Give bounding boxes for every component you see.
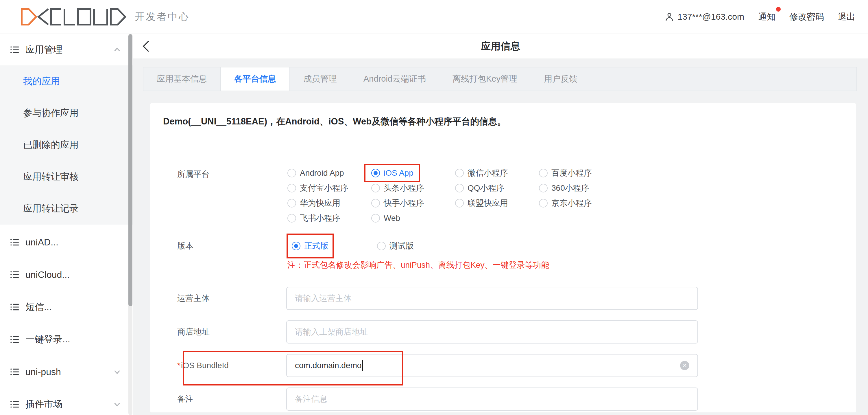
tab[interactable]: 离线打包Key管理 [439, 67, 531, 91]
sidebar-scrollbar-thumb[interactable] [128, 34, 132, 306]
chevron-up-icon [113, 46, 121, 54]
store-url-input[interactable] [286, 320, 698, 344]
operator-field-row: 运营主体 [150, 287, 856, 310]
radio-icon [377, 242, 386, 250]
radio-option[interactable]: 微信小程序 [455, 166, 539, 181]
radio-label: 百度小程序 [551, 168, 592, 179]
sidebar-item[interactable]: 短信... [0, 291, 133, 323]
sidebar-item[interactable]: uniCloud... [0, 259, 133, 291]
sidebar: 应用管理 我的应用参与协作应用已删除的应用应用转让审核应用转让记录 uniAD.… [0, 34, 133, 415]
logout-link[interactable]: 退出 [838, 11, 855, 23]
sidebar-item-label: uniCloud... [26, 269, 70, 280]
radio-icon [287, 214, 296, 223]
bundle-id-input[interactable]: com.domain.demo ✕ [286, 354, 698, 377]
tab[interactable]: 成员管理 [290, 67, 350, 91]
change-password-link[interactable]: 修改密码 [789, 11, 824, 23]
tab[interactable]: Android云端证书 [350, 67, 439, 91]
radio-icon [287, 184, 296, 192]
radio-label: QQ小程序 [468, 183, 504, 194]
page-header: 应用信息 [133, 34, 868, 58]
version-radio-group: 正式版测试版 [286, 234, 414, 259]
sidebar-submenu-item[interactable]: 应用转让记录 [0, 193, 133, 225]
tab[interactable]: 各平台信息 [220, 67, 290, 91]
page-title: 应用信息 [481, 40, 520, 53]
list-icon [10, 270, 20, 279]
notice-label: 通知 [758, 12, 775, 22]
product-label: 开发者中心 [135, 10, 190, 24]
sidebar-item[interactable]: 插件市场 [0, 388, 133, 415]
radio-label: 微信小程序 [468, 168, 508, 179]
radio-option[interactable]: 正式版 [292, 240, 329, 251]
radio-option[interactable]: 快手小程序 [371, 196, 455, 211]
version-highlight-frame: 正式版 [286, 234, 334, 259]
radio-icon [287, 169, 296, 177]
sidebar-item[interactable]: 一键登录... [0, 323, 133, 356]
required-asterisk: * [177, 361, 180, 370]
remark-field-row: 备注 [150, 387, 856, 411]
sidebar-item-label: uni-push [26, 367, 61, 377]
clear-icon[interactable]: ✕ [680, 361, 689, 370]
radio-label: 联盟快应用 [468, 198, 508, 209]
radio-option[interactable]: 飞书小程序 [287, 211, 371, 226]
radio-icon [371, 199, 380, 208]
sidebar-item[interactable]: uni-push [0, 356, 133, 388]
list-icon [10, 334, 20, 345]
radio-option[interactable]: 头条小程序 [371, 181, 455, 196]
notice-link[interactable]: 通知 [758, 11, 775, 23]
sidebar-submenu-item[interactable]: 应用转让审核 [0, 161, 133, 193]
dcloud-logo-icon [20, 7, 127, 26]
radio-option[interactable]: QQ小程序 [455, 181, 539, 196]
radio-icon [539, 169, 548, 177]
radio-option[interactable]: iOS App [371, 166, 455, 181]
card-heading: Demo(__UNI__5118EAE)，在Android、iOS、Web及微信… [150, 103, 856, 140]
text-caret [362, 360, 363, 371]
radio-label: 京东小程序 [551, 198, 592, 209]
chevron-down-icon [113, 367, 121, 376]
radio-option[interactable]: Web [371, 211, 455, 226]
radio-icon [371, 184, 380, 192]
radio-option[interactable]: 联盟快应用 [455, 196, 539, 211]
platform-info-card: Demo(__UNI__5118EAE)，在Android、iOS、Web及微信… [150, 103, 856, 412]
user-icon [664, 11, 675, 22]
sidebar-submenu-item[interactable]: 已删除的应用 [0, 129, 133, 161]
sidebar-submenu-item[interactable]: 参与协作应用 [0, 97, 133, 129]
sidebar-submenu-item[interactable]: 我的应用 [0, 65, 133, 97]
tab-bar: 应用基本信息各平台信息成员管理Android云端证书离线打包Key管理用户反馈 [143, 67, 857, 91]
radio-option[interactable]: 百度小程序 [539, 166, 623, 181]
list-icon [10, 302, 20, 312]
radio-icon [371, 169, 380, 177]
operator-input[interactable] [286, 287, 698, 310]
chevron-left-icon [142, 40, 151, 53]
platform-radio-group: Android AppiOS App微信小程序百度小程序支付宝小程序头条小程序Q… [287, 166, 657, 226]
radio-icon [539, 184, 548, 192]
list-icon [10, 399, 20, 409]
sidebar-item[interactable]: uniAD... [0, 226, 133, 259]
radio-option[interactable]: 京东小程序 [539, 196, 623, 211]
sidebar-group-app-management[interactable]: 应用管理 [0, 34, 133, 65]
list-icon [10, 237, 20, 247]
tab[interactable]: 用户反馈 [531, 67, 591, 91]
remark-label: 备注 [177, 393, 193, 405]
radio-option[interactable]: 华为快应用 [287, 196, 371, 211]
back-button[interactable] [142, 40, 151, 53]
sidebar-item-label: 短信... [26, 301, 52, 314]
radio-option[interactable]: 360小程序 [539, 181, 623, 196]
store-url-field-row: 商店地址 [150, 320, 856, 344]
tab[interactable]: 应用基本信息 [144, 67, 220, 91]
store-url-label: 商店地址 [177, 326, 210, 338]
bundle-id-field-row: *iOS BundleId com.domain.demo ✕ [150, 354, 856, 377]
radio-label: 正式版 [304, 240, 329, 251]
bundle-id-label: *iOS BundleId [177, 360, 229, 371]
radio-option[interactable]: 支付宝小程序 [287, 181, 371, 196]
radio-label: 快手小程序 [384, 198, 424, 209]
radio-option[interactable]: 测试版 [377, 234, 414, 259]
radio-icon [455, 184, 464, 192]
platform-field-label: 所属平台 [177, 169, 210, 180]
account-menu[interactable]: 137***@163.com [664, 11, 744, 22]
topbar: 开发者中心 137***@163.com 通知 修改密码 退出 [0, 0, 868, 34]
bundle-id-value: com.domain.demo [295, 361, 362, 370]
radio-label: iOS App [384, 169, 413, 178]
radio-option[interactable]: Android App [287, 166, 371, 181]
remark-input[interactable] [286, 387, 698, 411]
radio-label: 头条小程序 [384, 183, 424, 194]
